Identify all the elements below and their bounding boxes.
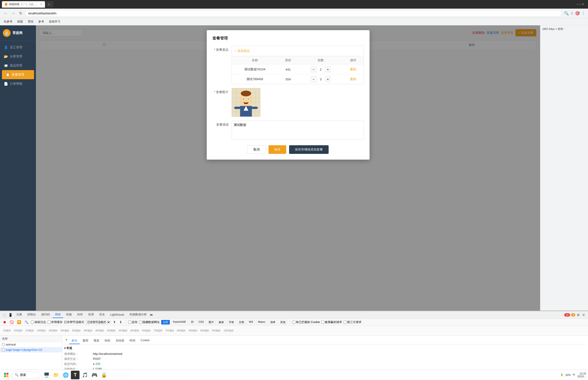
filter-blocked-req[interactable]: 被屏蔽的请求 (321, 320, 342, 324)
detail-close-tab[interactable]: × (64, 338, 69, 344)
filter-blocked-cookie[interactable]: 有已拦截的 Cookie (292, 320, 320, 324)
taskbar-app-6[interactable]: 🔒 (100, 371, 108, 379)
dt-tab-app[interactable]: 应用 (86, 312, 96, 318)
filter-js[interactable]: JS (189, 320, 195, 324)
zoom-btn[interactable]: 🔍 (564, 11, 569, 16)
inactive-tab[interactable]: + (46, 1, 53, 7)
filter-ws[interactable]: WS (247, 320, 255, 324)
tab-close-btn[interactable]: ✕ (40, 3, 42, 6)
image-preview[interactable] (232, 88, 260, 117)
filter-doc[interactable]: 文档 (237, 320, 246, 324)
filter-css[interactable]: CSS (197, 320, 206, 324)
sidebar-item-staff[interactable]: 👤 员工管理 (0, 43, 36, 52)
reload-btn[interactable]: ↻ (18, 10, 23, 17)
qty-dec-2[interactable]: − (311, 76, 316, 82)
taskbar-app-music[interactable]: 🎵 (81, 371, 89, 379)
third-party-cb[interactable] (344, 321, 346, 324)
delete-btn-1[interactable]: 删除 (350, 67, 356, 72)
devtools-clear-btn[interactable]: 🚫 (9, 320, 15, 324)
dt-tab-perf-data[interactable]: 性能数据分析 (127, 312, 149, 318)
desc-textarea[interactable]: 测试数据 (232, 121, 364, 140)
forward-btn[interactable]: → (11, 10, 16, 17)
dt-list-item-setmeal[interactable]: setmeal (0, 342, 62, 347)
dt-tab-perf[interactable]: 性能 (64, 312, 74, 318)
throttle-select[interactable]: 已停用节流模式 (85, 320, 111, 324)
window-controls[interactable]: ─ □ ✕ (576, 3, 584, 6)
modal-overlay[interactable]: 套餐管理 * 套餐菜品 + 添加菜品 名称 (36, 25, 540, 311)
taskbar-app-t[interactable]: T (71, 371, 80, 379)
filter-wasm[interactable]: Wasm (256, 320, 267, 324)
dt-tab-source[interactable]: 源代码 (39, 312, 52, 318)
menu-btn[interactable]: ⋮ (581, 11, 585, 16)
dt-tab-lighthouse[interactable]: Lighthouse (108, 312, 127, 318)
filter-preserve-log[interactable]: 保留日志 (31, 320, 46, 324)
devtools-search-btn[interactable]: 🔍 (23, 320, 29, 324)
section-general[interactable]: 常规 (64, 346, 586, 350)
filter-invert[interactable]: 反转 (128, 320, 138, 324)
filter-all[interactable]: 全部 (161, 320, 170, 324)
disable-cache-cb[interactable] (47, 321, 51, 324)
hide-data-url-cb[interactable] (139, 321, 142, 324)
devtools-close-btn[interactable]: ✕ (581, 313, 586, 317)
dt-tab-memory[interactable]: 内存 (75, 312, 85, 318)
item-page-cb[interactable] (2, 348, 5, 351)
detail-tab-headers[interactable]: 标头 (69, 338, 80, 344)
detail-tab-timing[interactable]: 时间 (127, 338, 138, 344)
devtools-settings-btn[interactable]: ⚙ (576, 313, 581, 317)
add-dish-btn[interactable]: + 添加菜品 (232, 47, 253, 55)
cancel-button[interactable]: 取消 (247, 145, 266, 154)
dt-tab-console[interactable]: 控制台 (25, 312, 38, 318)
delete-btn-2[interactable]: 删除 (350, 77, 356, 81)
filter-other[interactable]: 其他 (279, 320, 287, 324)
qty-dec-1[interactable]: − (311, 67, 316, 72)
extension-btn[interactable]: 🎯 (575, 11, 580, 16)
bookmark-4[interactable]: 参考 (36, 19, 46, 24)
devtools-inspect-btn[interactable]: ⬚ (2, 313, 7, 317)
bookmark-5[interactable]: 游戏学习 (47, 19, 62, 24)
detail-tab-response[interactable]: 响应 (102, 338, 113, 344)
bookmark-1[interactable]: 站参考 (2, 19, 14, 24)
devtools-record-btn[interactable]: ⏺ (2, 320, 7, 324)
url-bar[interactable] (25, 10, 562, 17)
sidebar-item-setmeal[interactable]: 📋 套餐管理 (2, 70, 34, 79)
sidebar-item-category[interactable]: 📂 分类管理 (0, 52, 36, 61)
devtools-mobile-btn[interactable]: 📱 (7, 313, 13, 317)
detail-tab-preview[interactable]: 预览 (91, 338, 102, 344)
export-btn[interactable]: ⬇ (118, 320, 123, 324)
blocked-req-cb[interactable] (321, 321, 324, 324)
sidebar-item-dish[interactable]: 🍽️ 菜品管理 (0, 61, 36, 70)
back-btn[interactable]: ← (3, 10, 9, 17)
taskbar-app-5[interactable]: 🎮 (90, 371, 99, 379)
qty-inc-2[interactable]: + (325, 76, 331, 82)
import-btn[interactable]: ⬆ (112, 320, 117, 324)
preserve-log-cb[interactable] (31, 321, 34, 324)
blocked-cookie-cb[interactable] (292, 321, 295, 324)
filter-third-party[interactable]: 第三方请求 (344, 320, 362, 324)
save-continue-button[interactable]: 保存并继续添加套餐 (289, 145, 329, 154)
bookmark-2[interactable]: 刷题 (15, 19, 25, 24)
active-tab[interactable]: 哔哩哔哩（"- "）つロ 干杯~--bili ✕ (2, 1, 45, 8)
dt-tab-network[interactable]: 网络 (53, 312, 63, 318)
taskbar-app-2[interactable]: 📁 (52, 371, 60, 379)
filter-manifest[interactable]: 清单 (268, 320, 277, 324)
filter-font[interactable]: 字体 (227, 320, 236, 324)
bookmark-3[interactable]: 壁纸 (26, 19, 36, 24)
dt-list-item-page[interactable]: page?page=1&pageSize=10 (0, 347, 62, 352)
detail-tab-initiator[interactable]: 启动器 (113, 338, 127, 344)
filter-img[interactable]: 图片 (207, 320, 216, 324)
taskbar-app-chrome[interactable]: 🌐 (61, 371, 70, 379)
filter-media[interactable]: 媒体 (217, 320, 226, 324)
save-button[interactable]: 保存 (268, 145, 286, 154)
star-btn[interactable]: ☆ (570, 11, 574, 16)
devtools-filter-toggle[interactable]: 🔽 (16, 320, 22, 324)
taskbar-search-box[interactable]: 🔍 搜索 (12, 372, 40, 378)
dt-tab-security[interactable]: 安全 (97, 312, 107, 318)
taskbar-start-btn[interactable] (2, 371, 11, 379)
invert-cb[interactable] (128, 321, 131, 324)
dt-tab-elements[interactable]: 元素 (14, 312, 24, 318)
taskbar-app-1[interactable]: 🖥️ (42, 371, 51, 379)
filter-fetch-xhr[interactable]: Fetch/XHR (171, 320, 187, 324)
sidebar-item-order[interactable]: 📄 订单明细 (0, 79, 36, 88)
qty-inc-1[interactable]: + (325, 67, 331, 72)
item-setmeal-cb[interactable] (2, 343, 5, 346)
